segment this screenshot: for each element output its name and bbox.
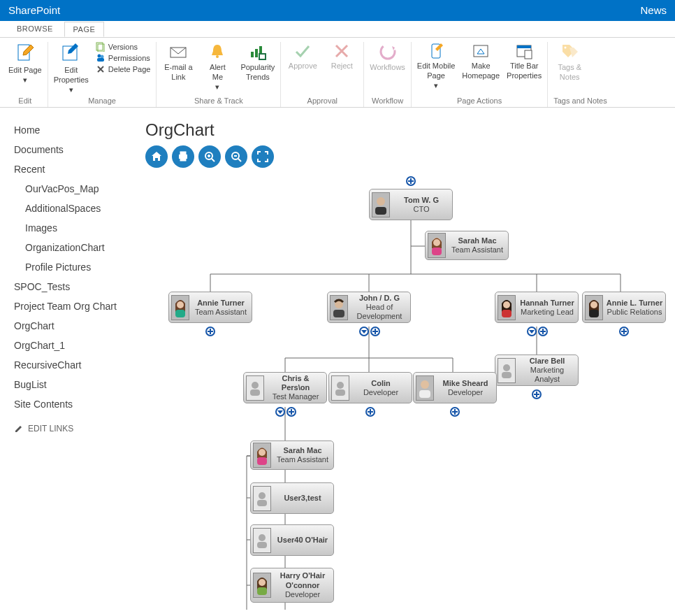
org-node-sarah1[interactable]: Sarah MacTeam Assistant xyxy=(425,231,509,260)
versions-button[interactable]: Versions xyxy=(96,42,138,52)
svg-point-76 xyxy=(259,534,266,541)
nav-recent-item[interactable]: OrganizationChart xyxy=(14,238,133,257)
svg-rect-61 xyxy=(502,310,511,317)
svg-rect-18 xyxy=(517,45,531,48)
org-node-mike[interactable]: Mike SheardDeveloper xyxy=(413,372,497,403)
svg-point-56 xyxy=(177,301,184,308)
title-bar-properties-button[interactable]: Title Bar Properties xyxy=(507,42,542,81)
nav-item[interactable]: OrgChart xyxy=(14,316,133,336)
avatar xyxy=(171,295,189,320)
print-button[interactable] xyxy=(172,145,194,168)
nav-item[interactable]: Project Team Org Chart xyxy=(14,296,133,316)
svg-point-78 xyxy=(259,579,266,586)
org-node-chris[interactable]: Chris & Pers\onTest Manager xyxy=(243,372,327,403)
ribbon-group-pageactions: Edit Mobile Page▾ Make Homepage Title Ba… xyxy=(412,42,548,107)
avatar xyxy=(416,375,434,401)
svg-rect-79 xyxy=(257,587,267,595)
tags-notes-button[interactable]: Tags & Notes xyxy=(553,42,586,83)
home-button[interactable] xyxy=(145,145,168,168)
org-node-user3[interactable]: User3,test xyxy=(250,482,334,514)
ribbon-tabs: BROWSE PAGE xyxy=(0,21,675,38)
orgchart-toolbar xyxy=(145,145,669,168)
svg-rect-13 xyxy=(260,55,265,59)
edit-mobile-page-button[interactable]: Edit Mobile Page▾ xyxy=(417,42,455,90)
orgchart-canvas[interactable]: Tom W. GCTO Sarah MacTeam Assistant Anni… xyxy=(145,176,669,616)
zoom-out-button[interactable] xyxy=(225,145,247,168)
org-node-john[interactable]: John / D. GHead of Development xyxy=(327,292,411,323)
org-node-hannah[interactable]: Hannah TurnerMarketing Lead xyxy=(495,292,579,323)
svg-point-68 xyxy=(337,382,344,389)
svg-rect-63 xyxy=(589,310,599,317)
org-node-annie[interactable]: Annie TurnerTeam Assistant xyxy=(168,292,252,323)
svg-rect-69 xyxy=(335,389,345,396)
nav-item[interactable]: SPOC_Tests xyxy=(14,277,133,296)
nav-recent-item[interactable]: AdditionalSpaces xyxy=(14,199,133,218)
nav-home[interactable]: Home xyxy=(14,120,133,140)
avatar xyxy=(498,295,516,320)
svg-rect-52 xyxy=(375,207,386,215)
edit-links-button[interactable]: EDIT LINKS xyxy=(14,424,133,434)
popularity-trends-button[interactable]: Popularity Trends xyxy=(240,42,275,83)
edit-properties-button[interactable]: Edit Properties▾ xyxy=(54,42,89,94)
email-link-button[interactable]: E-mail a Link xyxy=(162,42,194,83)
edit-page-button[interactable]: Edit Page▾ xyxy=(8,42,42,85)
avatar-placeholder xyxy=(253,528,271,553)
avatar-placeholder xyxy=(331,375,349,401)
tab-browse[interactable]: BROWSE xyxy=(8,22,61,36)
page-title: OrgChart xyxy=(145,120,669,140)
nav-recent-item[interactable]: Images xyxy=(14,218,133,238)
svg-rect-71 xyxy=(419,390,430,398)
newsfeed-link[interactable]: News xyxy=(640,0,667,21)
svg-rect-23 xyxy=(180,157,186,161)
workflows-button[interactable]: Workflows xyxy=(370,42,405,73)
org-node-tom[interactable]: Tom W. GCTO xyxy=(369,189,453,220)
avatar-placeholder xyxy=(498,358,516,383)
nav-documents[interactable]: Documents xyxy=(14,140,133,159)
home-icon xyxy=(150,150,163,163)
tab-page[interactable]: PAGE xyxy=(64,22,105,37)
delete-page-button[interactable]: Delete Page xyxy=(96,64,151,74)
svg-rect-75 xyxy=(257,500,267,506)
ribbon-group-manage-label: Manage xyxy=(54,94,151,107)
nav-item[interactable]: BugList xyxy=(14,375,133,394)
zoom-in-button[interactable] xyxy=(198,145,221,168)
fullscreen-button[interactable] xyxy=(252,145,274,168)
org-node-anniel[interactable]: Annie L. TurnerPublic Relations xyxy=(582,292,666,323)
avatar-placeholder xyxy=(253,486,271,511)
svg-point-66 xyxy=(252,382,259,389)
ribbon-group-workflow-label: Workflow xyxy=(370,94,405,107)
nav-item[interactable]: Site Contents xyxy=(14,394,133,414)
svg-point-51 xyxy=(377,197,385,206)
brand-label[interactable]: SharePoint xyxy=(8,0,60,21)
svg-point-20 xyxy=(565,47,567,49)
nav-item[interactable]: OrgChart_1 xyxy=(14,336,133,355)
ribbon: Edit Page▾ Edit Edit Properties▾ Version… xyxy=(0,38,675,108)
expand-icon xyxy=(256,150,269,163)
nav-recent[interactable]: Recent xyxy=(14,159,133,179)
alert-me-button[interactable]: Alert Me▾ xyxy=(201,42,233,92)
avatar xyxy=(330,295,348,320)
svg-rect-65 xyxy=(502,372,511,378)
reject-button[interactable]: Reject xyxy=(326,42,358,71)
nav-item[interactable]: RecursiveChart xyxy=(14,355,133,375)
avatar xyxy=(253,573,271,598)
svg-point-5 xyxy=(100,55,103,59)
permissions-button[interactable]: Permissions xyxy=(96,53,150,63)
org-node-sarah2[interactable]: Sarah MacTeam Assistant xyxy=(250,440,334,470)
svg-rect-73 xyxy=(257,457,267,465)
org-node-colin[interactable]: ColinDeveloper xyxy=(328,372,412,403)
org-node-user40[interactable]: User40 O'Hair xyxy=(250,524,334,556)
svg-rect-10 xyxy=(255,49,258,57)
svg-rect-9 xyxy=(251,52,254,57)
approve-button[interactable]: Approve xyxy=(286,42,319,71)
org-node-clare[interactable]: Clare BellMarketing Analyst xyxy=(495,354,579,386)
make-homepage-button[interactable]: Make Homepage xyxy=(462,42,500,81)
nav-recent-item[interactable]: Profile Pictures xyxy=(14,257,133,277)
svg-point-60 xyxy=(503,301,510,308)
svg-point-70 xyxy=(421,380,429,389)
ribbon-group-tagsnotes-label: Tags and Notes xyxy=(553,94,607,107)
ribbon-group-pageactions-label: Page Actions xyxy=(417,94,542,107)
org-node-harry[interactable]: Harry O'Hair O'connorDeveloper xyxy=(250,568,334,603)
nav-recent-item[interactable]: OurVacPos_Map xyxy=(14,179,133,199)
quick-launch-nav: Home Documents Recent OurVacPos_Map Addi… xyxy=(0,108,140,616)
